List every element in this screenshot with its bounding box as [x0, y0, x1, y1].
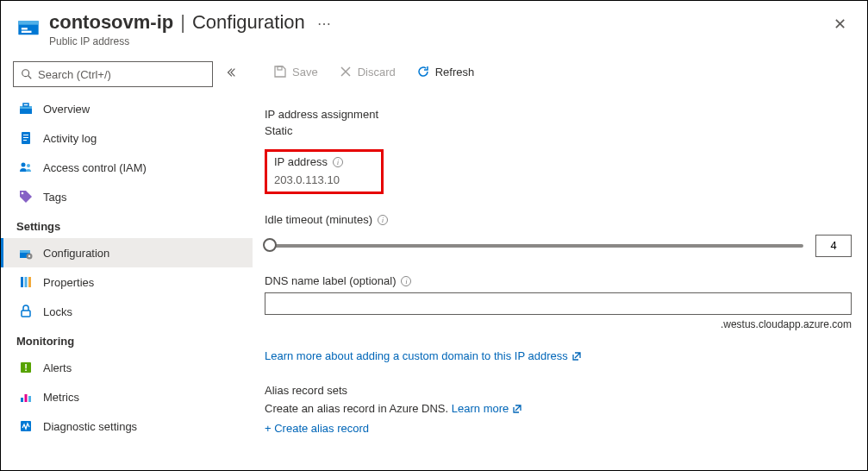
resource-type-label: Public IP address	[49, 35, 828, 47]
svg-rect-8	[23, 104, 28, 106]
public-ip-icon	[16, 15, 41, 39]
collapse-sidebar-button[interactable]	[222, 63, 240, 85]
svg-rect-27	[25, 394, 28, 402]
page-title: contosovm-ip | Configuration ⋯	[49, 11, 828, 34]
sidebar-item-activity-log[interactable]: Activity log	[1, 123, 253, 153]
alerts-icon: !	[19, 361, 33, 374]
svg-rect-17	[20, 250, 30, 253]
svg-point-4	[22, 70, 29, 77]
svg-rect-10	[23, 135, 28, 135]
metrics-icon	[19, 390, 33, 404]
lock-icon	[19, 305, 33, 318]
svg-point-14	[27, 164, 30, 167]
svg-point-13	[22, 163, 26, 167]
svg-rect-21	[25, 277, 28, 287]
alias-learn-more-link[interactable]: Learn more	[452, 402, 522, 415]
external-link-icon	[571, 351, 582, 361]
svg-rect-22	[28, 277, 31, 287]
close-button[interactable]: ✕	[828, 11, 852, 37]
svg-point-19	[28, 255, 30, 257]
create-alias-button[interactable]: + Create alias record	[265, 422, 852, 435]
svg-rect-20	[21, 277, 23, 287]
sidebar-item-tags[interactable]: Tags	[1, 182, 253, 211]
dns-suffix: .westus.cloudapp.azure.com	[265, 318, 852, 330]
sidebar-item-locks[interactable]: Locks	[1, 297, 253, 326]
sidebar-item-metrics[interactable]: Metrics	[1, 382, 253, 411]
svg-rect-12	[23, 140, 27, 141]
dns-label: DNS name label (optional)	[265, 274, 396, 287]
alias-section-title: Alias record sets	[265, 384, 852, 397]
more-button[interactable]: ⋯	[317, 16, 331, 32]
alias-section-desc: Create an alias record in Azure DNS. Lea…	[265, 402, 852, 415]
ip-assignment-label: IP address assignment	[265, 108, 852, 121]
diagnostics-icon	[19, 419, 33, 433]
search-input[interactable]: Search (Ctrl+/)	[13, 61, 213, 87]
discard-icon	[339, 65, 353, 78]
discard-button[interactable]: Discard	[330, 60, 404, 84]
svg-line-5	[28, 76, 32, 79]
save-button[interactable]: Save	[265, 60, 327, 84]
briefcase-icon	[19, 102, 33, 116]
info-icon[interactable]: i	[401, 276, 411, 286]
ip-address-highlight: IP address i 203.0.113.10	[265, 149, 384, 194]
search-icon	[21, 68, 33, 80]
tag-icon	[19, 190, 33, 204]
sidebar-item-diagnostic-settings[interactable]: Diagnostic settings	[1, 411, 253, 441]
svg-point-15	[22, 192, 24, 195]
sidebar-item-alerts[interactable]: ! Alerts	[1, 353, 253, 382]
refresh-button[interactable]: Refresh	[408, 60, 484, 84]
info-icon[interactable]: i	[333, 157, 343, 167]
ip-assignment-value: Static	[265, 124, 852, 137]
svg-rect-3	[22, 31, 32, 33]
svg-rect-2	[22, 28, 28, 29]
config-icon	[19, 246, 33, 260]
slider-thumb[interactable]	[263, 238, 277, 252]
sidebar-item-properties[interactable]: Properties	[1, 267, 253, 297]
learn-custom-domain-link[interactable]: Learn more about adding a custom domain …	[265, 349, 582, 362]
properties-icon	[19, 275, 33, 289]
log-icon	[19, 131, 33, 145]
svg-rect-30	[278, 66, 282, 70]
sidebar-item-configuration[interactable]: Configuration	[1, 238, 253, 267]
sidebar-group-settings: Settings	[1, 211, 253, 238]
refresh-icon	[416, 65, 430, 78]
sidebar-group-monitoring: Monitoring	[1, 326, 253, 353]
svg-rect-28	[28, 396, 31, 402]
sidebar-item-overview[interactable]: Overview	[1, 94, 253, 123]
svg-rect-1	[18, 21, 38, 25]
svg-text:!: !	[24, 362, 28, 373]
external-link-icon	[512, 404, 522, 414]
svg-rect-23	[22, 311, 30, 317]
idle-timeout-value[interactable]: 4	[815, 235, 852, 257]
idle-timeout-label: Idle timeout (minutes)	[265, 213, 372, 226]
sidebar-item-access-control[interactable]: Access control (IAM)	[1, 153, 253, 182]
idle-timeout-slider[interactable]	[265, 244, 803, 248]
ip-address-value: 203.0.113.10	[274, 173, 374, 186]
iam-icon	[19, 160, 33, 174]
ip-address-label: IP address	[274, 155, 328, 168]
info-icon[interactable]: i	[378, 215, 388, 225]
svg-rect-26	[21, 398, 23, 402]
svg-rect-11	[23, 137, 28, 138]
save-icon	[273, 65, 287, 78]
dns-name-input[interactable]	[265, 292, 852, 315]
